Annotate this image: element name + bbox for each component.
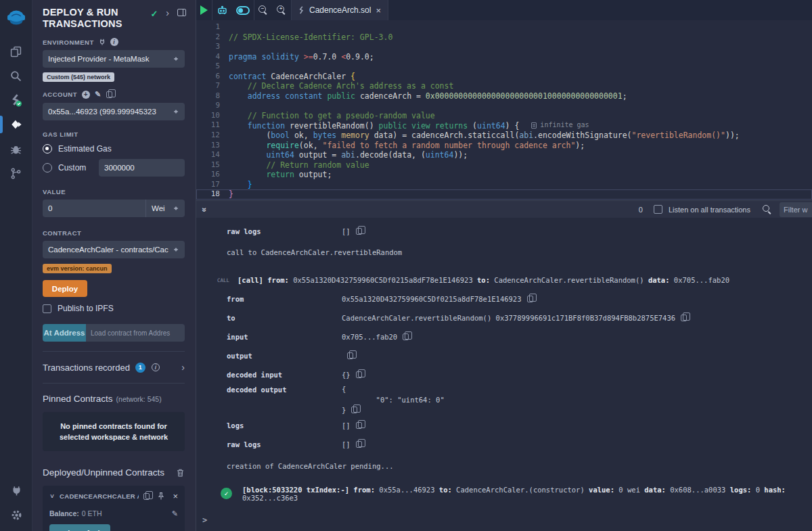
environment-label: ENVIRONMENT i (43, 38, 185, 46)
gas-estimate-annotation: infinite gas (531, 120, 589, 131)
collapse-panel-icon[interactable]: › (166, 9, 169, 17)
tx-info-icon[interactable]: i (152, 363, 160, 371)
ai-assistant-robot-icon[interactable] (217, 5, 228, 16)
code-line: 6contract CadenceArchCaler { (196, 72, 812, 82)
terminal-row: output (196, 346, 812, 365)
copy-account-icon[interactable] (106, 91, 112, 98)
tx-expand-icon[interactable]: › (181, 363, 185, 371)
copy-icon[interactable] (681, 315, 687, 321)
terminal-search-icon[interactable] (763, 205, 771, 214)
zoom-out-icon[interactable]: − (258, 5, 269, 16)
environment-info-icon[interactable]: i (110, 38, 118, 46)
edit-account-icon[interactable]: ✎ (95, 90, 102, 99)
tab-cadencearch-sol[interactable]: CadenceArch.sol × (292, 0, 388, 20)
terminal-row-label: raw logs (227, 440, 342, 448)
deploy-button[interactable]: Deploy (43, 280, 87, 297)
code-text: require(ok, "failed to fetch a random nu… (229, 141, 585, 151)
line-number: 12 (196, 131, 229, 141)
custom-gas-input[interactable]: 3000000 (99, 159, 185, 177)
editor-topbar: − + CadenceArch.sol × (196, 0, 812, 20)
plugin-manager-icon[interactable] (0, 478, 32, 503)
pinned-empty-message: No pinned contracts found for selected w… (43, 412, 185, 451)
terminal-row: toCadenceArchCaler.revertibleRandom() 0x… (196, 308, 812, 327)
code-text: uint64 output = abi.decode(data, (uint64… (229, 150, 468, 160)
plug-icon[interactable] (99, 39, 106, 45)
contract-methods: cadenceArchrevertibleRa... (49, 524, 178, 531)
pin-panel-icon[interactable] (177, 9, 186, 16)
code-text: function revertibleRandom() public view … (229, 120, 589, 131)
file-explorer-icon[interactable] (0, 39, 32, 64)
debugger-icon[interactable] (0, 137, 32, 161)
run-script-icon[interactable] (200, 5, 208, 15)
terminal-row-label: decoded input (227, 371, 342, 379)
code-line: 16 return output; (196, 170, 812, 180)
copy-address-icon[interactable] (143, 493, 150, 500)
terminal-prompt[interactable]: > (196, 515, 812, 525)
terminal-row: input0x705...fab20 (196, 327, 812, 346)
edit-balance-icon[interactable]: ✎ (172, 509, 178, 518)
copy-icon[interactable] (527, 296, 533, 302)
close-contract-icon[interactable]: × (173, 493, 178, 500)
publish-ipfs-checkbox[interactable]: Publish to IPFS (43, 304, 185, 313)
code-editor[interactable]: 12// SPDX-License-Identifier: GPL-3.034p… (196, 20, 812, 200)
line-number: 5 (196, 62, 229, 72)
copy-icon[interactable] (403, 333, 409, 340)
call-tag: call (217, 277, 238, 283)
code-line: 14 uint64 output = abi.decode(data, (uin… (196, 150, 812, 160)
copy-icon[interactable] (356, 441, 362, 448)
value-input[interactable]: 0 (43, 200, 145, 217)
chevron-down-icon[interactable]: ∨ (49, 492, 55, 499)
value-unit-select[interactable]: Wei (145, 200, 185, 217)
value-label: VALUE (43, 188, 185, 195)
deploy-and-run-icon[interactable] (0, 112, 32, 137)
code-text: // Function to get a pseudo-random value (229, 111, 435, 121)
copy-icon[interactable] (356, 422, 362, 429)
solidity-compiler-icon[interactable] (0, 88, 32, 112)
estimated-gas-radio[interactable]: Estimated Gas (43, 144, 185, 154)
success-check-icon: ✓ (221, 488, 232, 499)
line-number: 11 (196, 120, 229, 131)
settings-gear-icon[interactable] (0, 503, 32, 527)
add-account-icon[interactable]: + (82, 91, 90, 99)
terminal-call-row[interactable]: call[call] from: 0x55a1320D432759960C5Df… (196, 271, 812, 290)
close-tab-icon[interactable]: × (376, 5, 381, 16)
pinned-contracts-title: Pinned Contracts (43, 394, 113, 404)
line-number: 9 (196, 101, 229, 111)
copy-icon[interactable] (356, 371, 362, 378)
terminal-row-label: raw logs (227, 227, 342, 235)
copy-icon[interactable] (356, 228, 362, 235)
code-text: return output; (229, 170, 332, 180)
git-icon[interactable] (0, 161, 32, 185)
terminal-row: logs[] (196, 416, 812, 435)
terminal-row-label: output (227, 352, 342, 360)
copy-icon[interactable] (351, 407, 357, 413)
environment-select[interactable]: Injected Provider - MetaMask (43, 50, 185, 68)
at-address-input[interactable] (86, 324, 185, 342)
terminal-row-label: logs (227, 421, 342, 430)
custom-gas-radio[interactable]: Custom (43, 163, 86, 172)
contract-method-button[interactable]: cadenceArch (49, 524, 110, 531)
search-icon[interactable] (0, 64, 32, 88)
code-line: 1 (196, 22, 812, 32)
line-number: 10 (196, 111, 229, 121)
terminal[interactable]: raw logs[]call to CadenceArchCaler.rever… (196, 218, 812, 531)
zoom-in-icon[interactable]: + (277, 5, 287, 16)
transactions-recorded-row[interactable]: Transactions recorded 1 i › (43, 352, 185, 383)
line-number: 4 (196, 52, 229, 62)
terminal-block-row[interactable]: ✓[block:5033220 txIndex:-] from: 0x55a..… (196, 484, 812, 504)
copy-icon[interactable] (347, 352, 353, 359)
account-select[interactable]: 0x55a...46923 (999.999945323 (43, 103, 185, 120)
contract-select[interactable]: CadenceArchCaler - contracts/Cac (43, 241, 185, 258)
terminal-filter-input[interactable] (780, 202, 812, 217)
at-address-button[interactable]: At Address (43, 324, 86, 342)
expand-terminal-icon[interactable]: » (200, 207, 209, 212)
ai-copilot-toggle-icon[interactable] (236, 6, 250, 15)
terminal-message: call to CadenceArchCaler.revertibleRando… (196, 243, 812, 262)
network-badge: Custom (545) network (43, 72, 114, 82)
remix-logo-icon[interactable] (0, 3, 32, 34)
terminal-row: raw logs[] (196, 435, 812, 454)
pin-icon[interactable] (157, 492, 165, 501)
listen-all-checkbox[interactable] (654, 205, 662, 214)
code-text: } (229, 189, 233, 200)
trash-icon[interactable] (176, 468, 185, 478)
